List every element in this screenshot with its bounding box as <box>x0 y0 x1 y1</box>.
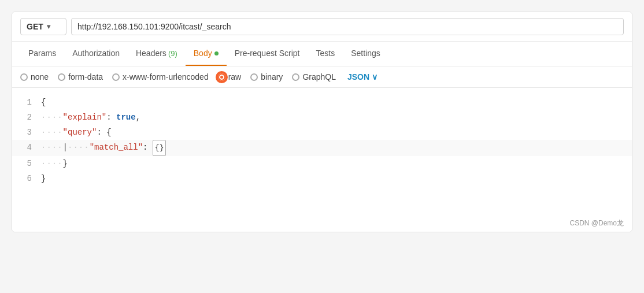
radio-binary-circle <box>250 73 258 81</box>
radio-graphql[interactable]: GraphQL <box>292 72 336 81</box>
line-content-1: { <box>41 95 632 110</box>
headers-badge: (9) <box>168 49 177 58</box>
radio-binary[interactable]: binary <box>250 72 283 81</box>
code-line-6: 6 } <box>12 171 632 186</box>
tabs-row: Params Authorization Headers(9) Body Pre… <box>12 42 632 66</box>
line-content-3: ····"query": { <box>41 125 632 140</box>
json-type-select[interactable]: JSON ∨ <box>347 72 377 81</box>
radio-none-circle <box>20 73 28 81</box>
line-content-5: ····} <box>41 156 632 171</box>
line-number-3: 3 <box>12 125 41 140</box>
tab-settings[interactable]: Settings <box>343 42 388 66</box>
code-line-5: 5 ····} <box>12 156 632 171</box>
url-input[interactable] <box>71 18 624 35</box>
radio-form-data[interactable]: form-data <box>58 72 103 81</box>
tab-tests[interactable]: Tests <box>308 42 343 66</box>
radio-graphql-circle <box>292 73 299 81</box>
code-editor[interactable]: 1 { 2 ····"explain": true, 3 ····"query"… <box>12 88 632 215</box>
radio-raw-circle <box>218 73 225 81</box>
method-select[interactable]: GET ▾ <box>20 18 66 35</box>
watermark: CSDN @Demo龙 <box>12 215 632 232</box>
line-number-2: 2 <box>12 110 41 125</box>
line-content-6: } <box>41 171 632 186</box>
code-line-1: 1 { <box>12 95 632 110</box>
line-number-4: 4 <box>12 140 41 155</box>
body-dot <box>214 51 219 55</box>
line-content-4: ····|····"match_all": {} <box>41 140 632 156</box>
radio-urlencoded-circle <box>112 73 120 81</box>
line-number-6: 6 <box>12 171 41 186</box>
main-container: GET ▾ Params Authorization Headers(9) Bo… <box>12 12 632 232</box>
tab-params[interactable]: Params <box>20 42 64 66</box>
radio-raw[interactable]: raw <box>218 72 242 81</box>
tab-headers[interactable]: Headers(9) <box>128 42 186 66</box>
line-content-2: ····"explain": true, <box>41 110 632 125</box>
tab-body[interactable]: Body <box>186 42 227 66</box>
method-label: GET <box>27 22 43 31</box>
tab-prerequest[interactable]: Pre-request Script <box>227 42 308 66</box>
body-type-row: none form-data x-www-form-urlencoded raw… <box>12 66 632 88</box>
url-bar: GET ▾ <box>12 12 632 42</box>
radio-form-data-circle <box>58 73 65 81</box>
code-line-2: 2 ····"explain": true, <box>12 110 632 125</box>
radio-urlencoded[interactable]: x-www-form-urlencoded <box>112 72 209 81</box>
json-chevron-icon: ∨ <box>372 72 377 81</box>
tab-authorization[interactable]: Authorization <box>64 42 128 66</box>
radio-none[interactable]: none <box>20 72 49 81</box>
code-line-4: 4 ····|····"match_all": {} <box>12 140 632 156</box>
line-number-5: 5 <box>12 156 41 171</box>
code-line-3: 3 ····"query": { <box>12 125 632 140</box>
line-number-1: 1 <box>12 95 41 110</box>
method-chevron-icon: ▾ <box>47 23 50 31</box>
